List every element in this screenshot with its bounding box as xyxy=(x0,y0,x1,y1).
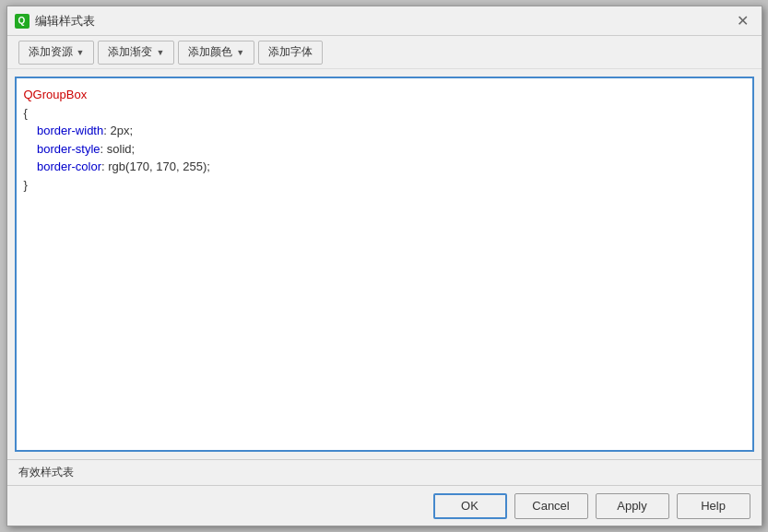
app-icon: Q xyxy=(15,14,30,29)
add-resource-button[interactable]: 添加资源 ▼ xyxy=(18,41,95,65)
apply-button[interactable]: Apply xyxy=(596,493,669,519)
button-bar: OK Cancel Apply Help xyxy=(7,485,762,526)
ok-button[interactable]: OK xyxy=(433,493,507,519)
dialog-title: 编辑样式表 xyxy=(35,13,95,30)
edit-stylesheet-dialog: Q 编辑样式表 ✕ 添加资源 ▼ 添加渐变 ▼ 添加颜色 ▼ 添加字体 QGro… xyxy=(6,6,762,526)
add-color-dropdown-arrow: ▼ xyxy=(236,48,244,57)
title-bar-left: Q 编辑样式表 xyxy=(15,13,95,30)
close-button[interactable]: ✕ xyxy=(732,12,754,30)
add-font-button[interactable]: 添加字体 xyxy=(258,41,323,65)
add-gradient-button[interactable]: 添加渐变 ▼ xyxy=(98,41,174,65)
title-bar: Q 编辑样式表 ✕ xyxy=(7,6,762,36)
code-editor[interactable]: QGroupBox { border-width: 2px; border-st… xyxy=(15,77,754,452)
add-resource-dropdown-arrow: ▼ xyxy=(77,48,85,57)
add-gradient-dropdown-arrow: ▼ xyxy=(156,48,164,57)
cancel-button[interactable]: Cancel xyxy=(514,493,588,519)
editor-area: QGroupBox { border-width: 2px; border-st… xyxy=(7,69,762,459)
status-bar: 有效样式表 xyxy=(7,459,762,485)
status-text: 有效样式表 xyxy=(18,465,74,480)
toolbar: 添加资源 ▼ 添加渐变 ▼ 添加颜色 ▼ 添加字体 xyxy=(7,36,762,69)
help-button[interactable]: Help xyxy=(677,493,750,519)
add-color-button[interactable]: 添加颜色 ▼ xyxy=(178,41,254,65)
